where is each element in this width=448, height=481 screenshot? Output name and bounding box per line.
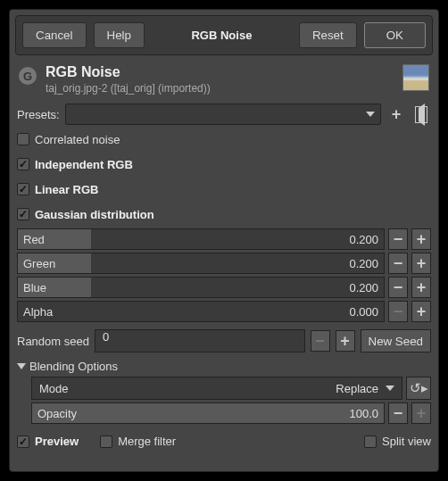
new-seed-button[interactable]: New Seed bbox=[361, 329, 432, 352]
red-slider[interactable]: Red 0.200 bbox=[17, 228, 385, 250]
blue-increment[interactable]: + bbox=[411, 277, 431, 298]
green-increment[interactable]: + bbox=[411, 253, 431, 274]
thumbnail bbox=[402, 64, 429, 91]
green-slider[interactable]: Green 0.200 bbox=[17, 253, 385, 274]
red-label: Red bbox=[18, 233, 45, 246]
gaussian-label[interactable]: Gaussian distribution bbox=[35, 208, 154, 221]
independent-rgb-checkbox[interactable] bbox=[17, 158, 29, 170]
opacity-value: 100.0 bbox=[349, 407, 378, 420]
mode-label: Mode bbox=[39, 382, 69, 395]
manage-icon bbox=[415, 106, 427, 123]
reset-icon: ↺▸ bbox=[410, 380, 428, 396]
opacity-decrement[interactable]: − bbox=[388, 402, 408, 424]
plus-icon: + bbox=[417, 405, 427, 421]
random-seed-input[interactable]: 0 bbox=[95, 329, 305, 352]
green-decrement[interactable]: − bbox=[388, 253, 408, 274]
filter-title: RGB Noise bbox=[46, 64, 394, 80]
opacity-slider[interactable]: Opacity 100.0 bbox=[31, 402, 385, 424]
alpha-label: Alpha bbox=[18, 305, 53, 319]
mode-dropdown[interactable]: Mode Replace bbox=[31, 377, 402, 400]
preset-manage-button[interactable] bbox=[411, 104, 431, 124]
minus-icon: − bbox=[394, 279, 403, 295]
reset-button[interactable]: Reset bbox=[299, 22, 357, 48]
blue-slider[interactable]: Blue 0.200 bbox=[17, 277, 385, 298]
gaussian-checkbox[interactable] bbox=[17, 208, 29, 220]
preset-add-button[interactable]: + bbox=[386, 104, 406, 124]
chevron-down-icon bbox=[366, 112, 375, 117]
help-button[interactable]: Help bbox=[94, 22, 145, 48]
minus-icon: − bbox=[394, 255, 403, 271]
header: G RGB Noise taj_orig.jpg-2 ([taj_orig] (… bbox=[19, 64, 429, 95]
presets-row: Presets: + bbox=[17, 104, 431, 125]
plus-icon: + bbox=[417, 279, 427, 295]
correlated-noise-checkbox[interactable] bbox=[17, 133, 29, 145]
rgb-noise-dialog: Cancel Help RGB Noise Reset OK G RGB Noi… bbox=[9, 9, 439, 472]
plus-icon: + bbox=[392, 106, 402, 122]
merge-filter-checkbox[interactable] bbox=[100, 435, 112, 448]
plus-icon: + bbox=[417, 303, 427, 319]
blue-value: 0.200 bbox=[349, 281, 378, 294]
alpha-slider[interactable]: Alpha 0.000 bbox=[17, 301, 385, 322]
blue-decrement[interactable]: − bbox=[388, 277, 408, 298]
button-bar: Cancel Help RGB Noise Reset OK bbox=[15, 15, 433, 55]
dialog-title: RGB Noise bbox=[182, 23, 261, 47]
gimp-icon: G bbox=[19, 67, 37, 85]
ok-button[interactable]: OK bbox=[364, 22, 426, 48]
random-seed-label: Random seed bbox=[17, 335, 89, 348]
expand-icon bbox=[17, 363, 26, 369]
presets-dropdown[interactable] bbox=[65, 104, 381, 125]
mode-value: Replace bbox=[336, 382, 378, 395]
red-increment[interactable]: + bbox=[411, 228, 431, 250]
split-view-checkbox[interactable] bbox=[364, 435, 377, 448]
seed-increment[interactable]: + bbox=[336, 330, 355, 352]
alpha-increment[interactable]: + bbox=[411, 301, 431, 322]
alpha-decrement: − bbox=[388, 301, 408, 322]
linear-rgb-checkbox[interactable] bbox=[17, 183, 29, 195]
opacity-increment: + bbox=[411, 402, 431, 424]
red-decrement[interactable]: − bbox=[388, 228, 408, 250]
preview-checkbox[interactable] bbox=[17, 435, 29, 448]
preview-label[interactable]: Preview bbox=[35, 435, 79, 448]
split-view-label[interactable]: Split view bbox=[382, 435, 431, 448]
opacity-label: Opacity bbox=[32, 407, 77, 420]
independent-rgb-label[interactable]: Independent RGB bbox=[35, 158, 133, 171]
filter-subtitle: taj_orig.jpg-2 ([taj_orig] (imported)) bbox=[46, 82, 394, 95]
presets-label: Presets: bbox=[17, 108, 60, 121]
minus-icon: − bbox=[394, 303, 403, 319]
blending-options-header[interactable]: Blending Options bbox=[17, 360, 431, 373]
linear-rgb-label[interactable]: Linear RGB bbox=[35, 183, 99, 196]
plus-icon: + bbox=[340, 333, 350, 349]
correlated-noise-label[interactable]: Correlated noise bbox=[35, 133, 120, 146]
seed-decrement: − bbox=[311, 330, 330, 352]
minus-icon: − bbox=[315, 333, 325, 349]
chevron-down-icon bbox=[386, 386, 394, 391]
blue-label: Blue bbox=[18, 281, 46, 294]
plus-icon: + bbox=[417, 255, 427, 271]
green-value: 0.200 bbox=[349, 257, 378, 270]
green-label: Green bbox=[18, 257, 55, 270]
minus-icon: − bbox=[394, 405, 403, 421]
plus-icon: + bbox=[417, 231, 427, 247]
blending-options-label: Blending Options bbox=[29, 360, 118, 373]
mode-reset-button[interactable]: ↺▸ bbox=[406, 377, 431, 400]
red-value: 0.200 bbox=[349, 233, 378, 246]
cancel-button[interactable]: Cancel bbox=[22, 22, 87, 48]
minus-icon: − bbox=[394, 231, 403, 247]
merge-filter-label[interactable]: Merge filter bbox=[118, 435, 176, 448]
alpha-value: 0.000 bbox=[349, 305, 378, 319]
